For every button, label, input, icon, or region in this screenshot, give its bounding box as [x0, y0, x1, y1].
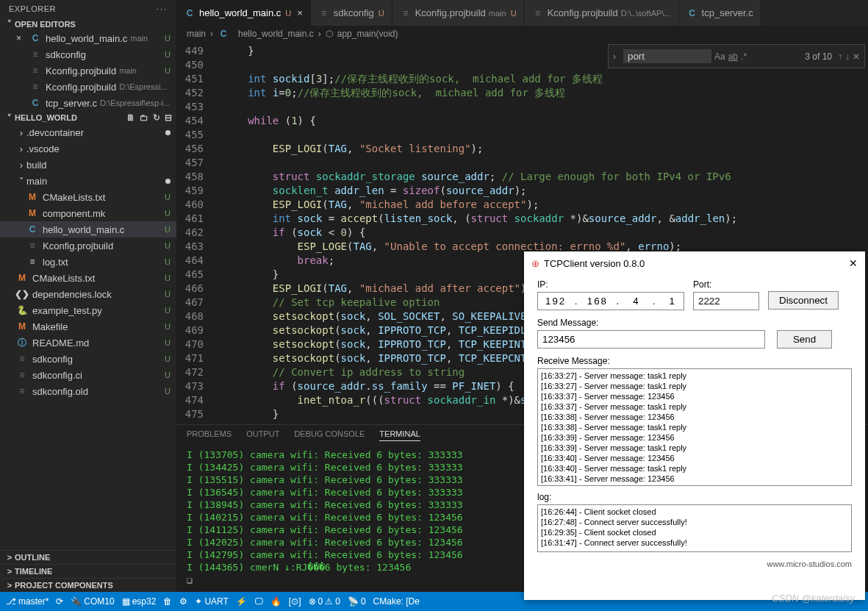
errors-warnings[interactable]: ⊗ 0 ⚠ 0 — [309, 596, 340, 607]
outline-section[interactable]: >OUTLINE — [0, 550, 176, 564]
target-chip[interactable]: ▦ esp32 — [122, 596, 157, 607]
C-icon: C — [26, 224, 38, 235]
M-icon: M — [16, 321, 28, 332]
breadcrumb[interactable]: main › Chello_world_main.c › ⬡app_main(v… — [176, 26, 868, 42]
port-input[interactable] — [693, 292, 759, 310]
explorer-title: EXPLORER — [9, 4, 56, 13]
hello-world-section[interactable]: ˅HELLO_WORLD🗎🗀↻⊟ — [0, 111, 176, 124]
find-expand-icon[interactable]: › — [613, 51, 623, 62]
f-icon: ❮❯ — [16, 288, 28, 300]
send-input[interactable] — [537, 330, 765, 349]
log-textarea[interactable]: [16:26:44] - Client socket closed[16:27:… — [537, 504, 852, 552]
site-link[interactable]: www.micro-studios.com — [767, 560, 852, 568]
M-icon: M — [26, 207, 38, 219]
find-count: 3 of 10 — [805, 51, 832, 62]
cog-icon: ≡ — [400, 7, 412, 19]
C-icon: C — [184, 7, 196, 19]
find-prev-icon[interactable]: ↑ — [838, 51, 842, 62]
cog-icon: ≡ — [29, 81, 41, 93]
monitor-icon[interactable]: 🖵 — [254, 596, 263, 607]
open-editor-item[interactable]: ≡Kconfig.projbuildD:\Espressi... — [0, 79, 176, 95]
tree-item[interactable]: MMakefileU — [0, 318, 176, 335]
find-close-icon[interactable]: ✕ — [853, 51, 860, 62]
find-widget: › Aaab.* 3 of 10 ↑↓✕ — [608, 44, 865, 68]
symbol-icon: ⬡ — [326, 29, 333, 39]
openocd-icon[interactable]: [⊙] — [289, 596, 301, 607]
cmake-status[interactable]: CMake: [De — [373, 596, 420, 607]
panel-tab[interactable]: OUTPUT — [246, 429, 279, 441]
M-icon: M — [16, 272, 28, 284]
tree-item[interactable]: MCMakeLists.txtU — [0, 189, 176, 205]
panel-tab[interactable]: TERMINAL — [379, 429, 420, 441]
editor-tab[interactable]: Ctcp_server.c — [679, 0, 761, 26]
flash-icon[interactable]: ⚡ — [236, 596, 247, 607]
ip-input[interactable] — [537, 292, 684, 310]
C-icon: C — [29, 32, 41, 44]
send-button[interactable]: Send — [777, 330, 832, 349]
disconnect-button[interactable]: Disconnect — [768, 291, 839, 310]
find-next-icon[interactable]: ↓ — [845, 51, 850, 62]
tree-item[interactable]: ≡sdkconfig.ciU — [0, 367, 176, 383]
refresh-icon[interactable]: ↻ — [153, 112, 160, 123]
close-icon[interactable]: ✕ — [849, 257, 858, 269]
new-folder-icon[interactable]: 🗀 — [140, 112, 148, 123]
tree-item[interactable]: MCMakeLists.txtU — [0, 270, 176, 286]
receive-textarea[interactable]: [16:33:27] - Server message: task1 reply… — [537, 368, 852, 486]
new-file-icon[interactable]: 🗎 — [126, 112, 135, 123]
collapse-icon[interactable]: ⊟ — [165, 112, 172, 123]
cog-icon: ≡ — [16, 385, 28, 397]
tree-item[interactable]: ≡Kconfig.projbuildU — [0, 237, 176, 254]
tree-item[interactable]: Chello_world_main.cU — [0, 221, 176, 237]
sync-icon[interactable]: ⟳ — [56, 596, 63, 607]
panel-tab[interactable]: DEBUG CONSOLE — [294, 429, 365, 441]
radio-icon[interactable]: 📡 0 — [348, 596, 366, 607]
explorer-sidebar: EXPLORER ··· ˅OPEN EDITORS ×Chello_world… — [0, 0, 176, 592]
tree-item[interactable]: 🐍example_test.pyU — [0, 302, 176, 318]
txt-icon: ≡ — [26, 256, 38, 268]
close-icon[interactable]: × — [297, 7, 303, 18]
cog-icon: ≡ — [16, 369, 28, 381]
editor-tab[interactable]: ≡Kconfig.projbuildD:\..\softAP\... — [525, 0, 679, 26]
tree-item[interactable]: ❮❯dependencies.lockU — [0, 286, 176, 302]
open-editors-section[interactable]: ˅OPEN EDITORS — [0, 18, 176, 30]
cog-icon: ≡ — [318, 7, 330, 19]
git-branch[interactable]: ⎇ master* — [6, 596, 49, 607]
find-input[interactable] — [623, 49, 711, 63]
panel-tab[interactable]: PROBLEMS — [187, 429, 232, 441]
open-editor-item[interactable]: ×Chello_world_main.cmainU — [0, 30, 176, 46]
editor-tab[interactable]: ≡Kconfig.projbuildmainU — [392, 0, 525, 26]
tree-item[interactable]: ≡sdkconfigU — [0, 351, 176, 367]
tree-item[interactable]: ⓘREADME.mdU — [0, 335, 176, 351]
tree-item[interactable]: ›.vscode — [0, 140, 176, 157]
match-case-icon[interactable]: Aa — [714, 51, 725, 62]
open-editor-item[interactable]: Ctcp_server.cD:\Espressif\esp-i... — [0, 95, 176, 111]
editor-tab[interactable]: ≡sdkconfigU — [311, 0, 392, 26]
close-icon[interactable]: × — [16, 33, 26, 43]
tree-item[interactable]: ˅main — [0, 173, 176, 189]
tcp-client-window: ⊕TCPClient version 0.8.0✕ IP: Port: Disc… — [524, 251, 865, 600]
serial-port[interactable]: 🔌 COM10 — [71, 596, 114, 607]
build-icon[interactable]: ⚙ — [179, 596, 187, 607]
editor-tab[interactable]: Chello_world_main.cU× — [176, 0, 311, 26]
log-label: log: — [537, 492, 852, 502]
C-icon: C — [29, 97, 41, 109]
more-icon[interactable]: ··· — [157, 4, 168, 13]
tree-item[interactable]: ≡sdkconfig.oldU — [0, 383, 176, 399]
regex-icon[interactable]: .* — [741, 51, 747, 62]
app-icon: ⊕ — [531, 258, 539, 269]
open-editor-item[interactable]: ≡Kconfig.projbuildmainU — [0, 62, 176, 79]
open-editor-item[interactable]: ≡sdkconfigU — [0, 46, 176, 62]
project-components-section[interactable]: >PROJECT COMPONENTS — [0, 578, 176, 592]
cog-icon: ≡ — [16, 353, 28, 365]
flash-method[interactable]: ✦ UART — [195, 596, 228, 607]
flame-icon[interactable]: 🔥 — [270, 596, 281, 607]
tree-item[interactable]: ›build — [0, 157, 176, 173]
C-icon: C — [686, 7, 698, 19]
tree-item[interactable]: ›.devcontainer — [0, 124, 176, 140]
timeline-section[interactable]: >TIMELINE — [0, 564, 176, 578]
py-icon: 🐍 — [16, 304, 28, 316]
clean-icon[interactable]: 🗑 — [163, 596, 172, 607]
tree-item[interactable]: Mcomponent.mkU — [0, 205, 176, 221]
tree-item[interactable]: ≡log.txtU — [0, 254, 176, 270]
whole-word-icon[interactable]: ab — [728, 51, 738, 62]
